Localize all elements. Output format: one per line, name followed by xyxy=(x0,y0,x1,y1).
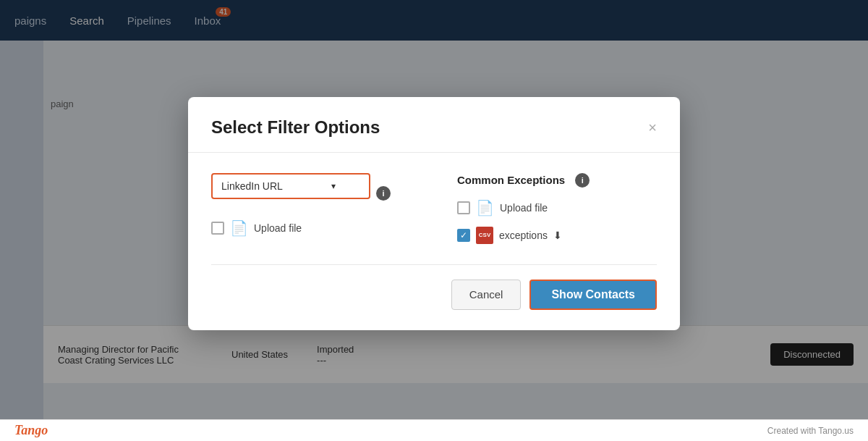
upload-file-left-checkbox[interactable] xyxy=(211,222,224,235)
upload-file-left-label[interactable]: Upload file xyxy=(254,222,302,234)
modal-overlay: Select Filter Options × LinkedIn URL Ema… xyxy=(0,0,868,441)
modal-footer: Cancel Show Contacts xyxy=(188,265,680,330)
modal-body: LinkedIn URL Email Name Company ▾ i 📄 Up… xyxy=(188,153,680,264)
filter-info-icon[interactable]: i xyxy=(376,186,391,201)
upload-file-left-row: 📄 Upload file xyxy=(211,219,414,237)
modal-title: Select Filter Options xyxy=(211,117,380,138)
filter-select[interactable]: LinkedIn URL Email Name Company xyxy=(211,173,370,199)
upload-file-left-icon: 📄 xyxy=(230,219,248,237)
close-button[interactable]: × xyxy=(648,120,657,135)
left-column: LinkedIn URL Email Name Company ▾ i 📄 Up… xyxy=(211,173,414,244)
exceptions-file-row: ✓ CSV exceptions ⬇ xyxy=(457,227,657,244)
bottom-bar: Tango Created with Tango.us xyxy=(0,419,868,441)
show-contacts-button[interactable]: Show Contacts xyxy=(529,280,657,310)
cancel-button[interactable]: Cancel xyxy=(451,280,522,310)
exceptions-file-checkbox[interactable]: ✓ xyxy=(457,229,470,242)
tango-logo: Tango xyxy=(14,423,48,438)
modal-header: Select Filter Options × xyxy=(188,97,680,153)
upload-file-right-label[interactable]: Upload file xyxy=(500,202,548,214)
upload-file-right-icon: 📄 xyxy=(476,199,494,217)
upload-file-right-checkbox[interactable] xyxy=(457,201,470,214)
right-column: Common Exceptions i 📄 Upload file ✓ CSV … xyxy=(457,173,657,244)
download-icon[interactable]: ⬇ xyxy=(553,230,562,241)
modal: Select Filter Options × LinkedIn URL Ema… xyxy=(188,97,680,330)
csv-icon: CSV xyxy=(476,227,493,244)
exceptions-info-icon[interactable]: i xyxy=(575,173,590,188)
created-by-label: Created with Tango.us xyxy=(767,426,854,436)
exceptions-file-label: exceptions xyxy=(499,230,548,241)
filter-select-wrapper: LinkedIn URL Email Name Company ▾ xyxy=(211,173,370,199)
filter-select-row: LinkedIn URL Email Name Company ▾ i xyxy=(211,173,414,214)
common-exceptions-title: Common Exceptions i xyxy=(457,173,657,188)
upload-file-right-row: 📄 Upload file xyxy=(457,199,657,217)
